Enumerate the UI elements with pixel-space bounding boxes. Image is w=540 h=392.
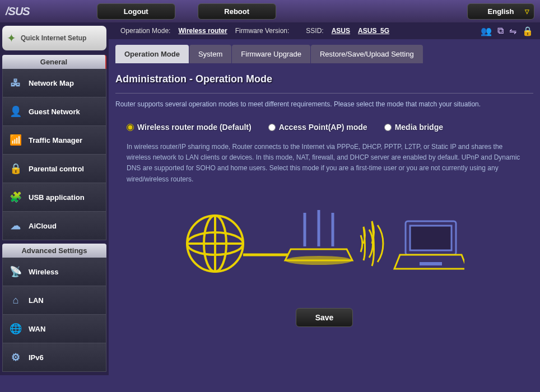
sidebar-item-label: IPv6 <box>29 353 44 362</box>
chevron-down-icon: ▽ <box>525 8 529 15</box>
page-title: Administration - Operation Mode <box>115 73 533 85</box>
sidebar-item-label: WAN <box>29 325 45 333</box>
sidebar-item-aicloud[interactable]: ☁ AiCloud <box>2 212 106 240</box>
sidebar-item-wireless[interactable]: 📡 Wireless <box>2 258 106 286</box>
mode-description: In wireless router/IP sharing mode, Rout… <box>127 142 522 185</box>
ipv6-icon: ⚙ <box>8 351 23 363</box>
sidebar-item-label: USB application <box>29 193 85 202</box>
parental-control-icon: 🔒 <box>8 162 23 175</box>
ssid-label: SSID: <box>306 27 323 35</box>
language-dropdown[interactable]: English ▽ <box>467 3 534 20</box>
sidebar-item-network-map[interactable]: 🖧 Network Map <box>2 69 106 97</box>
aicloud-icon: ☁ <box>8 220 23 232</box>
sidebar-item-label: LAN <box>29 296 44 305</box>
mode-radio-media-bridge[interactable] <box>384 124 392 131</box>
page-description: Router supports several operation modes … <box>115 100 533 108</box>
sidebar-item-wan[interactable]: 🌐 WAN <box>2 315 106 343</box>
sidebar-item-lan[interactable]: ⌂ LAN <box>2 286 106 315</box>
reboot-button[interactable]: Reboot <box>198 3 276 20</box>
divider <box>115 93 533 94</box>
mode-label: Access Point(AP) mode <box>279 123 367 132</box>
clone-icon[interactable]: ⧉ <box>497 26 504 36</box>
tab-system[interactable]: System <box>189 45 231 63</box>
brand-logo: /SUS <box>6 5 30 18</box>
svg-marker-13 <box>394 255 464 269</box>
qis-label: Quick Internet Setup <box>21 34 86 42</box>
traffic-manager-icon: 📶 <box>8 134 23 146</box>
mode-option-wireless-router[interactable]: Wireless router mode (Default) <box>127 123 252 132</box>
usb-icon[interactable]: ⇋ <box>509 26 516 36</box>
usb-application-icon: 🧩 <box>8 191 23 203</box>
users-icon[interactable]: 👥 <box>481 26 492 36</box>
sidebar-item-usb-application[interactable]: 🧩 USB application <box>2 183 106 212</box>
sidebar-item-ipv6[interactable]: ⚙ IPv6 <box>2 343 106 372</box>
svg-point-10 <box>285 256 352 265</box>
op-mode-label: Operation Mode: <box>120 27 170 35</box>
lan-icon: ⌂ <box>8 294 23 306</box>
mode-option-media-bridge[interactable]: Media bridge <box>384 123 443 132</box>
ssid-2-link[interactable]: ASUS_5G <box>358 27 389 35</box>
mode-radio-wireless-router[interactable] <box>127 124 134 131</box>
network-map-icon: 🖧 <box>8 77 23 89</box>
topology-diagram <box>115 202 533 286</box>
quick-internet-setup-button[interactable]: ✦ Quick Internet Setup <box>2 26 106 50</box>
op-mode-link[interactable]: Wireless router <box>178 27 227 35</box>
mode-label: Media bridge <box>395 123 443 132</box>
sidebar-item-label: Guest Network <box>29 108 80 116</box>
lock-icon[interactable]: 🔒 <box>522 26 533 36</box>
svg-rect-14 <box>420 262 442 265</box>
magic-wand-icon: ✦ <box>7 31 16 45</box>
tab-operation-mode[interactable]: Operation Mode <box>115 45 189 63</box>
sidebar-item-guest-network[interactable]: 👤 Guest Network <box>2 97 106 126</box>
firmware-label: Firmware Version: <box>235 27 290 35</box>
tab-firmware-upgrade[interactable]: Firmware Upgrade <box>232 45 310 63</box>
sidebar-item-label: Traffic Manager <box>29 136 82 144</box>
wireless-icon: 📡 <box>8 265 23 278</box>
save-button[interactable]: Save <box>296 308 353 327</box>
diagram-svg <box>184 202 464 286</box>
mode-label: Wireless router mode (Default) <box>137 123 252 132</box>
sidebar-item-traffic-manager[interactable]: 📶 Traffic Manager <box>2 126 106 155</box>
mode-radio-access-point[interactable] <box>268 124 276 131</box>
ssid-1-link[interactable]: ASUS <box>332 27 350 35</box>
svg-rect-12 <box>410 226 451 250</box>
sidebar-item-label: AiCloud <box>29 222 57 230</box>
sidebar-item-label: Parental control <box>29 165 84 173</box>
tab-restore-save-upload[interactable]: Restore/Save/Upload Setting <box>311 45 423 63</box>
logout-button[interactable]: Logout <box>97 3 175 20</box>
sidebar-item-label: Wireless <box>29 268 58 276</box>
sidebar-item-label: Network Map <box>29 79 74 87</box>
sidebar-item-parental-control[interactable]: 🔒 Parental control <box>2 155 106 183</box>
advanced-header: Advanced Settings <box>2 244 106 258</box>
mode-option-access-point[interactable]: Access Point(AP) mode <box>268 123 367 132</box>
language-label: English <box>488 7 514 16</box>
general-header: General <box>2 55 106 69</box>
wan-icon: 🌐 <box>8 323 23 335</box>
guest-network-icon: 👤 <box>8 105 23 118</box>
